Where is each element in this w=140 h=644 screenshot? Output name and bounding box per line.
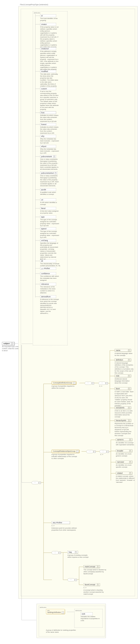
plus-icon[interactable]: + (128, 407, 130, 409)
minus-icon[interactable]: − (62, 612, 64, 614)
plus-icon[interactable]: + (129, 472, 131, 474)
card: 0..∞ (52, 525, 55, 526)
element-note[interactable]: note+ (115, 374, 131, 377)
attr-whyuri[interactable]: whyuri (40, 145, 56, 148)
minus-icon[interactable]: − (11, 342, 13, 345)
minus-icon[interactable]: − (107, 450, 109, 453)
element-narrower[interactable]: narrower+ (116, 460, 132, 463)
plus-icon[interactable]: + (129, 461, 131, 463)
attr-custom[interactable]: custom (40, 87, 56, 90)
d: Represents the position of a concept in … (115, 423, 133, 437)
d: If the property value is not defined, sp… (40, 26, 59, 50)
grp-rankingAttributes[interactable]: grprankingAttributes − (46, 609, 65, 614)
d: A related concept, where the relationshi… (116, 475, 135, 483)
attr-creatoruri[interactable]: creatoruri (40, 47, 56, 50)
element-broader[interactable]: broader+ (116, 450, 132, 452)
d: If the attribute is empty, specifies whi… (40, 50, 59, 70)
d: The confidence with which the metadata h… (40, 275, 59, 281)
attr-pubconstrainturi[interactable]: pubconstrainturi+ (40, 172, 58, 174)
d: A group of existing concepts which expre… (68, 554, 91, 558)
plus-icon[interactable]: + (75, 551, 77, 553)
d: Additional natural language information … (115, 378, 133, 384)
d: Indicates by which means the value was e… (40, 126, 59, 134)
group-crg[interactable]: ConceptRelationshipsGroup − (52, 450, 79, 453)
d: One or many constraints that apply to pu… (40, 158, 59, 170)
attr-typeuri[interactable]: typeuri (40, 227, 56, 230)
ext-title: Flex1ConceptPropType (extension) (20, 4, 48, 6)
element-facetConcept[interactable]: facetConcept+ (83, 583, 100, 586)
card: 0..∞ (83, 587, 86, 588)
d: In NAR 1.8 and later: facet is deprecate… (115, 391, 133, 407)
d: Extension point for provider-defined pro… (52, 527, 77, 531)
element-related[interactable]: related+ (116, 472, 132, 474)
plus-icon[interactable]: + (55, 172, 57, 174)
sequence-icon (85, 382, 92, 385)
attr-type[interactable]: type (40, 216, 56, 218)
d: An identifier of a concept with equivale… (116, 442, 135, 446)
attr-modified[interactable]: modified (40, 70, 56, 73)
minus-icon[interactable]: − (73, 382, 75, 384)
d: A reference to the concept from which th… (40, 298, 59, 314)
attr-derivedfrom[interactable]: derivedfrom (40, 295, 56, 298)
d: A qualified code which identifies a conc… (40, 192, 59, 196)
plus-icon[interactable]: + (128, 388, 130, 390)
element-remoteInfo[interactable]: remoteInfo+ (115, 406, 131, 409)
element-name[interactable]: name+ (115, 349, 131, 352)
d: Indicates the relative importance of pro… (81, 616, 100, 622)
d: A natural language name for the concept. (115, 352, 133, 356)
rank-label: attributes (75, 610, 82, 612)
attr-why[interactable]: why (40, 135, 56, 138)
element-any-other[interactable]: any ##other (52, 521, 70, 524)
element-mainConcept[interactable]: mainConcept+ (83, 565, 100, 568)
attr-literal[interactable]: literal (40, 207, 56, 210)
attr-confidence[interactable]: confidence (40, 272, 56, 275)
attr-dir[interactable]: dir (40, 260, 56, 262)
plus-icon[interactable]: + (128, 375, 130, 377)
plus-icon[interactable]: + (129, 450, 131, 452)
element-hierarchyInfo[interactable]: hierarchyInfo+ (115, 419, 131, 422)
sequence-icon (86, 450, 93, 453)
plus-icon[interactable]: + (97, 584, 99, 586)
root-desc: An important topic of the content; what … (2, 346, 21, 352)
attr-relevance[interactable]: relevance (40, 283, 56, 286)
d: The directionality of textual content (e… (40, 263, 61, 267)
plus-icon[interactable]: + (97, 566, 99, 568)
attr-xmllang[interactable]: xml:lang (40, 239, 56, 242)
element-subject[interactable]: subject − (2, 342, 15, 345)
d: One or many constraints that apply to pu… (40, 175, 59, 187)
choice-icon (98, 382, 106, 385)
plus-icon[interactable]: + (128, 350, 130, 351)
attr-rank[interactable]: rank (81, 612, 93, 615)
d: The type of the concept assigned as cont… (40, 230, 59, 238)
d: An identifier of a more specific concept… (116, 464, 135, 468)
element-bag[interactable]: bag+ (68, 551, 78, 554)
attr-creator[interactable]: creator (40, 23, 56, 26)
attr-id[interactable]: id (40, 14, 56, 17)
group-cdg[interactable]: ConceptDefinitionGroup − (52, 381, 76, 384)
d: Indicates by which means the value was e… (40, 114, 59, 122)
d: A concept which is faceting another conc… (83, 589, 107, 595)
minus-icon[interactable]: − (106, 382, 108, 384)
plus-icon[interactable]: + (53, 156, 55, 158)
d: An identifier of a more generic concept. (116, 453, 135, 457)
attr-uri[interactable]: uri (40, 198, 56, 201)
element-facet[interactable]: facet+ (115, 387, 131, 390)
attr-howuri[interactable]: howuri (40, 123, 56, 126)
plus-icon[interactable]: + (129, 439, 131, 441)
card: 0..∞ (100, 454, 103, 456)
attr-how[interactable]: how (40, 111, 56, 114)
plus-icon[interactable]: + (128, 420, 130, 422)
attr-qcode[interactable]: qcode (40, 188, 56, 191)
d: The date (and, optionally, the time) whe… (40, 73, 59, 87)
element-sameAs[interactable]: sameAs+ (116, 438, 132, 441)
crg-desc: A group of properties required to indica… (52, 454, 78, 460)
attr-pubconstraint[interactable]: pubconstraint+ (40, 155, 56, 158)
d: Why the metadata has been included - exp… (40, 138, 59, 144)
plus-icon[interactable]: + (128, 359, 130, 361)
element-definition[interactable]: definition+ (115, 358, 131, 361)
d: If set to true the corresponding propert… (40, 90, 59, 110)
d: Why the metadata has been included - exp… (40, 148, 59, 154)
attr-grp-other[interactable]: grp ##other (40, 267, 56, 270)
d: The relevance of the metadata to the new… (40, 286, 59, 294)
minus-icon[interactable]: − (76, 450, 78, 452)
